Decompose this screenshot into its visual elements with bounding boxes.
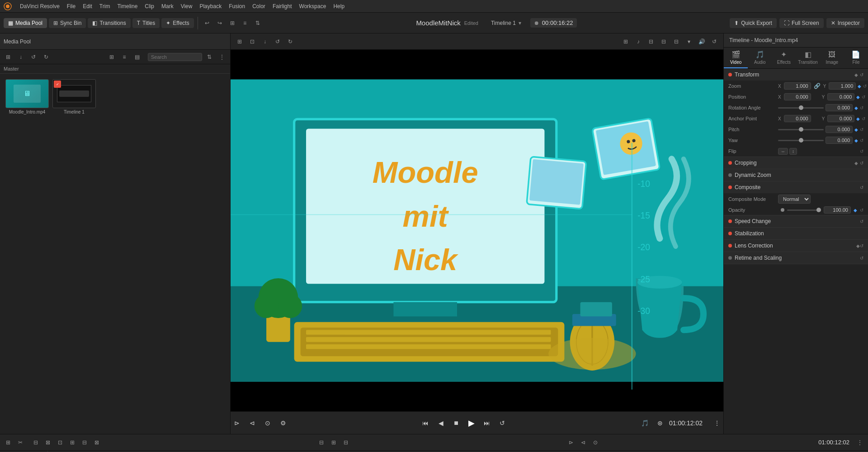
more-options-button[interactable]: ⋮ xyxy=(711,417,723,429)
loop-button[interactable]: ↺ xyxy=(496,417,509,429)
speed-change-reset[interactable]: ↺ xyxy=(860,219,863,224)
menu-view[interactable]: View xyxy=(177,2,196,10)
mp-tool-4[interactable]: ↻ xyxy=(41,52,52,62)
tl-tool-2[interactable]: ⊟ xyxy=(30,437,41,448)
rotation-reset[interactable]: ↺ xyxy=(860,105,863,110)
tool-redo[interactable]: ↪ xyxy=(214,18,225,29)
sync-button[interactable]: ⊙ xyxy=(261,417,274,429)
full-screen-button[interactable]: ⛶ Full Screen xyxy=(779,18,824,28)
opacity-keyframe[interactable]: ◆ xyxy=(854,208,857,213)
anchor-keyframe[interactable]: ◆ xyxy=(856,116,860,121)
transform-reset[interactable]: ↺ xyxy=(860,72,863,77)
go-to-end-button[interactable]: ⏭ xyxy=(481,417,493,429)
preview-tool-format[interactable]: ⊞ xyxy=(620,36,631,47)
transform-diamond[interactable]: ◆ xyxy=(854,72,858,77)
rotation-input[interactable] xyxy=(826,104,853,111)
menu-help[interactable]: Help xyxy=(330,2,348,10)
menu-davinci[interactable]: DaVinci Resolve xyxy=(16,2,63,10)
preview-tool-4[interactable]: ↺ xyxy=(272,36,283,47)
menu-workspace[interactable]: Workspace xyxy=(296,2,330,10)
yaw-input[interactable] xyxy=(826,137,853,144)
quick-export-button[interactable]: ⬆ Quick Export xyxy=(730,18,777,28)
preview-tool-r4[interactable]: ▾ xyxy=(684,36,694,47)
stop-button[interactable]: ■ xyxy=(450,417,462,429)
flip-reset[interactable]: ↺ xyxy=(860,149,863,154)
preview-tool-audio[interactable]: ♪ xyxy=(633,36,644,47)
zoom-x-input[interactable] xyxy=(784,82,811,90)
mp-tool-more[interactable]: ⋮ xyxy=(217,52,227,62)
composite-header[interactable]: Composite ↺ xyxy=(724,181,868,193)
cropping-reset[interactable]: ↺ xyxy=(860,161,863,166)
menu-color[interactable]: Color xyxy=(249,2,269,10)
yaw-keyframe[interactable]: ◆ xyxy=(854,138,858,143)
flip-v-button[interactable]: ↕ xyxy=(789,148,797,155)
speed-change-header[interactable]: Speed Change ↺ xyxy=(724,215,868,227)
media-search-input[interactable] xyxy=(148,53,202,61)
zoom-link-icon[interactable]: 🔗 xyxy=(814,83,821,89)
pitch-input[interactable] xyxy=(826,126,853,133)
mp-tool-2[interactable]: ↓ xyxy=(15,52,26,62)
tl-tool-7[interactable]: ⊠ xyxy=(91,437,102,448)
transform-header[interactable]: Transform ◆ ↺ xyxy=(724,69,868,81)
media-item-timeline[interactable]: ✓ Timeline 1 xyxy=(52,79,96,114)
opacity-reset[interactable]: ↺ xyxy=(860,208,863,213)
rotation-slider[interactable] xyxy=(778,107,824,109)
composite-reset[interactable]: ↺ xyxy=(860,185,863,190)
zoom-reset[interactable]: ↺ xyxy=(863,84,867,89)
menu-fusion[interactable]: Fusion xyxy=(225,2,249,10)
tl-tool-6[interactable]: ⊟ xyxy=(79,437,90,448)
zoom-keyframe[interactable]: ◆ xyxy=(858,84,861,89)
tool-sort[interactable]: ⇅ xyxy=(252,18,263,29)
lens-correction-header[interactable]: Lens Correction ◆ ↺ xyxy=(724,240,868,252)
menu-playback[interactable]: Playback xyxy=(196,2,225,10)
tool-undo[interactable]: ↩ xyxy=(202,18,212,29)
zoom-y-input[interactable] xyxy=(829,82,856,90)
mp-tool-1[interactable]: ⊞ xyxy=(3,52,14,62)
tl-menu-btn[interactable]: ⋮ xyxy=(854,437,865,448)
preview-tool-r2[interactable]: ⊟ xyxy=(658,36,669,47)
tab-file[interactable]: 📄 File xyxy=(844,48,868,68)
opacity-slider[interactable] xyxy=(787,209,821,211)
tl-tool-r2[interactable]: ⊞ xyxy=(328,437,339,448)
menu-clip[interactable]: Clip xyxy=(141,2,158,10)
mark-out-button[interactable]: ⊲ xyxy=(246,417,259,429)
tool-grid[interactable]: ⊞ xyxy=(227,18,238,29)
menu-mark[interactable]: Mark xyxy=(158,2,177,10)
menu-fairlight[interactable]: Fairlight xyxy=(269,2,296,10)
tl-tool-3[interactable]: ⊠ xyxy=(42,437,53,448)
mark-in-button[interactable]: ⊳ xyxy=(231,417,243,429)
menu-trim[interactable]: Trim xyxy=(96,2,114,10)
menu-timeline[interactable]: Timeline xyxy=(113,2,141,10)
mp-tool-grid[interactable]: ⊞ xyxy=(106,52,117,62)
preview-tool-3[interactable]: ↓ xyxy=(259,36,270,47)
retime-scaling-header[interactable]: Retime and Scaling ↺ xyxy=(724,252,868,264)
inspector-button[interactable]: ✕ Inspector xyxy=(826,18,864,28)
tl-tool-r1[interactable]: ⊟ xyxy=(316,437,327,448)
tab-transition[interactable]: ◧ Transition xyxy=(796,48,820,68)
play-button[interactable]: ▶ xyxy=(465,417,478,429)
pitch-reset[interactable]: ↺ xyxy=(860,127,863,132)
mp-tool-3[interactable]: ↺ xyxy=(28,52,39,62)
lens-correction-reset[interactable]: ↺ xyxy=(860,243,863,248)
media-pool-button[interactable]: ▦ Media Pool xyxy=(4,18,47,28)
rotation-keyframe[interactable]: ◆ xyxy=(854,105,858,110)
menu-edit[interactable]: Edit xyxy=(79,2,96,10)
pos-keyframe[interactable]: ◆ xyxy=(856,95,860,100)
mp-tool-detail[interactable]: ▤ xyxy=(132,52,142,62)
transitions-button[interactable]: ◧ Transitions xyxy=(88,18,130,28)
preview-refresh[interactable]: ↺ xyxy=(709,36,720,47)
anchor-y-input[interactable] xyxy=(827,115,854,122)
settings-button[interactable]: ⚙ xyxy=(277,417,289,429)
preview-tool-2[interactable]: ⊡ xyxy=(247,36,258,47)
tl-tool-5[interactable]: ⊞ xyxy=(67,437,78,448)
tl-tool-1[interactable]: ⊞ xyxy=(3,437,14,448)
pitch-slider[interactable] xyxy=(778,129,824,130)
retime-scaling-reset[interactable]: ↺ xyxy=(860,256,863,261)
tl-select-tool[interactable]: ✂ xyxy=(15,437,26,448)
opacity-input[interactable] xyxy=(824,206,851,214)
titles-button[interactable]: T Titles xyxy=(132,18,160,28)
tab-video[interactable]: 🎬 Video xyxy=(724,48,748,68)
tl-tool-4[interactable]: ⊡ xyxy=(55,437,66,448)
tl-mark-out-btn[interactable]: ⊲ xyxy=(578,437,589,448)
yaw-slider[interactable] xyxy=(778,140,824,141)
